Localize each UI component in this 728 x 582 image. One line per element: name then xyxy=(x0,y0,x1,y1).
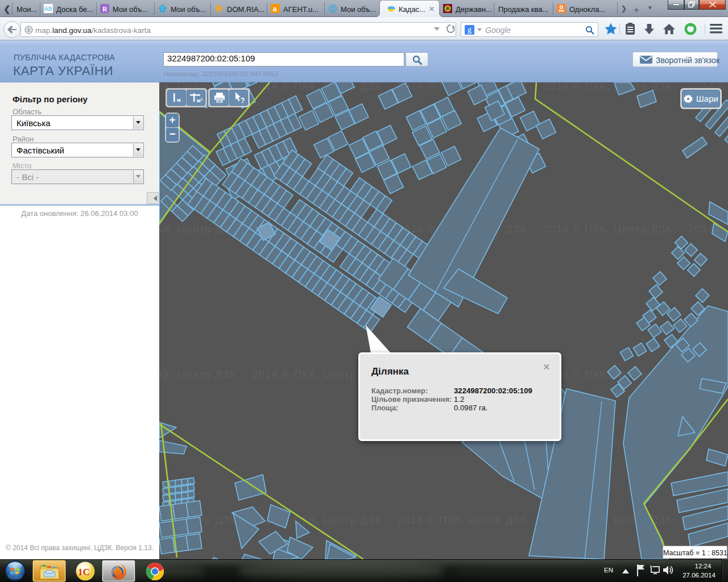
svg-text:2014 © ПКК. Центр ДЗК: 2014 © ПКК. Центр ДЗК xyxy=(398,514,527,526)
svg-text:R: R xyxy=(102,5,107,13)
svg-text:м: м xyxy=(177,97,181,103)
svg-text:?: ? xyxy=(241,97,245,105)
svg-text:a: a xyxy=(273,5,278,13)
svg-text:ildi: ildi xyxy=(44,5,52,12)
svg-text:2014 © ПКК. Центр ДЗК: 2014 © ПКК. Центр ДЗК xyxy=(543,223,673,235)
svg-text:2014 © ПКК. Центр ДЗК: 2014 © ПКК. Центр ДЗК xyxy=(159,368,237,380)
svg-text:1С: 1С xyxy=(78,567,90,577)
svg-text:м²: м² xyxy=(197,98,202,103)
